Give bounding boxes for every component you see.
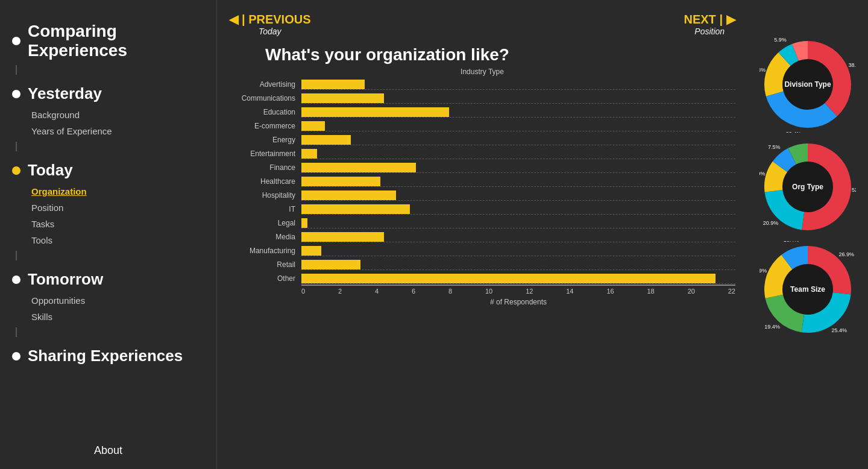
bar-label: Hospitality	[229, 191, 300, 200]
nav-bar: ◀ | PREVIOUS Today NEXT | ▶ Position	[229, 6, 735, 39]
sidebar-dot-sharing	[12, 352, 20, 360]
bar-label: Education	[229, 108, 300, 116]
bar-row: Other	[301, 272, 735, 285]
donut-division-type: 38.2%32.4%17.6%5.9%5.9%Division Type	[760, 36, 856, 133]
donut-org-type: 52.2%20.9%11.9%7.5%7.5%Org Type	[760, 139, 856, 235]
sidebar-yesterday-subitems: Background Years of Experience	[12, 108, 204, 138]
bar-label: Legal	[229, 219, 300, 227]
donut-segment-label: 10.4%	[784, 241, 799, 243]
prev-subtitle: Today	[259, 27, 281, 36]
x-axis-tick: 16	[606, 288, 614, 295]
donut-svg: 38.2%32.4%17.6%5.9%5.9%	[760, 36, 856, 133]
sidebar-item-position[interactable]: Position	[28, 201, 204, 215]
prev-arrow-icon: ◀	[229, 12, 238, 27]
connector-line-3	[16, 251, 17, 260]
bar-row: Finance	[301, 162, 735, 174]
sidebar-sharing-header[interactable]: Sharing Experiences	[12, 347, 204, 365]
donut-team-size: 26.9%25.4%19.4%17.9%10.4%Team Size	[760, 241, 856, 338]
bar-fill	[301, 190, 396, 200]
x-axis-tick: 22	[728, 288, 735, 295]
next-subtitle: Position	[694, 27, 725, 36]
sidebar-tomorrow-subitems: Opportunities Skills	[12, 294, 204, 324]
bar-track	[301, 79, 735, 90]
right-panel: 38.2%32.4%17.6%5.9%5.9%Division Type52.2…	[747, 0, 868, 469]
bar-track	[301, 162, 735, 173]
bar-track	[301, 231, 735, 242]
nav-prev[interactable]: ◀ | PREVIOUS Today	[229, 12, 311, 36]
sidebar-today-subitems: Organization Position Tasks Tools	[12, 184, 204, 247]
bar-track	[301, 218, 735, 228]
donut-segment-label: 19.4%	[764, 324, 780, 330]
sidebar-tomorrow-header[interactable]: Tomorrow	[12, 270, 204, 289]
sidebar-item-tasks[interactable]: Tasks	[28, 217, 204, 231]
donut-segment-label: 7.5%	[768, 144, 781, 150]
x-axis-tick: 10	[485, 288, 492, 295]
bar-track	[301, 204, 735, 215]
x-axis: 0246810121416182022 # of Respondents	[229, 285, 735, 306]
bar-fill	[301, 93, 384, 103]
sidebar-item-years-of-experience[interactable]: Years of Experience	[28, 124, 204, 138]
connector-line-1	[16, 65, 17, 75]
bar-row: Advertising	[301, 78, 735, 90]
bar-track	[301, 259, 735, 270]
bar-track	[301, 190, 735, 201]
bar-track	[301, 273, 735, 284]
bar-label: Entertainment	[229, 150, 300, 158]
sidebar-item-organization[interactable]: Organization	[28, 184, 204, 198]
bar-fill	[301, 260, 360, 269]
bar-fill	[301, 218, 307, 228]
sidebar-dot-yesterday	[12, 90, 20, 98]
sidebar-item-skills[interactable]: Skills	[28, 310, 204, 324]
sidebar-item-opportunities[interactable]: Opportunities	[28, 294, 204, 307]
x-axis-tick: 6	[412, 288, 415, 295]
bar-fill	[301, 135, 351, 145]
bar-label: IT	[229, 205, 300, 213]
bar-label: Energy	[229, 136, 300, 144]
sidebar-dot-comparing	[12, 37, 20, 45]
nav-prev-top: ◀ | PREVIOUS	[229, 12, 311, 27]
bar-chart-container: Industry Type AdvertisingCommunicationsE…	[229, 68, 735, 306]
sidebar-yesterday-header[interactable]: Yesterday	[12, 84, 204, 103]
sidebar-item-background[interactable]: Background	[28, 108, 204, 122]
bar-row: Education	[301, 106, 735, 118]
donut-svg: 52.2%20.9%11.9%7.5%7.5%	[760, 139, 856, 235]
donut-segment-label: 20.9%	[763, 220, 779, 226]
donut-segment-label: 7.5%	[790, 139, 802, 139]
donut-segment-label: 5.9%	[774, 37, 787, 43]
sidebar-item-tools[interactable]: Tools	[28, 233, 204, 247]
nav-next-top: NEXT | ▶	[684, 12, 736, 27]
connector-line-2	[16, 142, 17, 151]
donut-segment-label: 25.4%	[832, 327, 848, 333]
bar-fill	[301, 121, 325, 131]
donut-segment-label: 11.9%	[760, 171, 766, 177]
donut-segment-label: 26.9%	[839, 251, 855, 257]
bar-row: Retail	[301, 259, 735, 271]
donut-segment-label: 38.2%	[848, 62, 856, 68]
bar-row: Entertainment	[301, 148, 735, 160]
bar-fill	[301, 107, 449, 117]
bar-track	[301, 121, 735, 131]
bar-row: Legal	[301, 217, 735, 229]
sidebar-main-title: Comparing Experiences	[28, 22, 204, 60]
main-content: ◀ | PREVIOUS Today NEXT | ▶ Position Wha…	[217, 0, 747, 469]
x-axis-tick: 4	[375, 288, 379, 295]
bar-label: Advertising	[229, 80, 300, 89]
bar-fill	[301, 246, 321, 256]
x-axis-tick: 8	[448, 288, 452, 295]
bar-label: Communications	[229, 94, 300, 102]
sidebar-today-header[interactable]: Today	[12, 161, 204, 180]
bar-label: Other	[229, 274, 300, 283]
bar-track	[301, 107, 735, 118]
sidebar-yesterday-title: Yesterday	[28, 84, 102, 103]
bar-fill	[301, 232, 384, 242]
sidebar-today-title: Today	[28, 161, 73, 180]
sidebar-bottom: About	[12, 432, 204, 457]
bar-track	[301, 93, 735, 104]
donut-segment-label: 17.6%	[760, 67, 766, 73]
bar-fill	[301, 274, 715, 283]
about-link[interactable]: About	[12, 444, 204, 457]
x-axis-labels: 0246810121416182022	[301, 286, 735, 295]
nav-next[interactable]: NEXT | ▶ Position	[684, 12, 736, 36]
next-label: NEXT |	[684, 13, 723, 27]
bar-fill	[301, 163, 416, 172]
